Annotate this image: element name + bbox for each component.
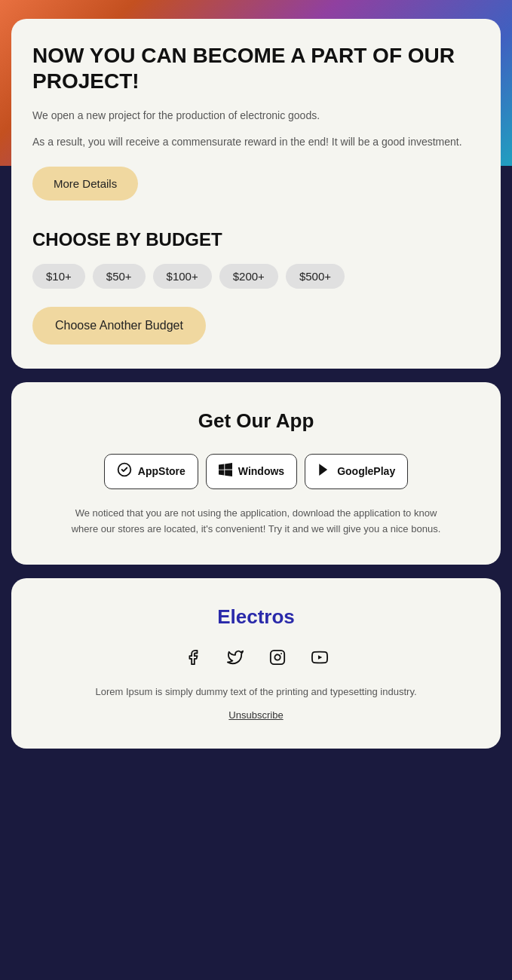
choose-another-budget-button[interactable]: Choose Another Budget xyxy=(32,307,206,345)
project-card: NOW YOU CAN BECOME A PART OF OUR PROJECT… xyxy=(11,19,501,369)
app-title: Get Our App xyxy=(32,409,480,433)
appstore-icon xyxy=(117,462,132,481)
twitter-icon[interactable] xyxy=(222,644,249,671)
facebook-icon[interactable] xyxy=(179,644,207,671)
windows-icon xyxy=(219,463,232,480)
budget-chips-container: $10+$50+$100+$200+$500+ xyxy=(32,264,480,289)
social-icons-container xyxy=(32,644,480,671)
googleplay-button[interactable]: GooglePlay xyxy=(305,454,408,489)
brand-name: Electros xyxy=(32,605,480,629)
more-details-button[interactable]: More Details xyxy=(32,167,138,201)
footer-text: Lorem Ipsum is simply dummy text of the … xyxy=(32,686,480,697)
footer-card: Electros xyxy=(11,578,501,749)
app-card: Get Our App AppStore Windows xyxy=(11,382,501,565)
app-description: We noticed that you are not using the ap… xyxy=(68,506,445,537)
unsubscribe-link[interactable]: Unsubscribe xyxy=(228,709,283,721)
instagram-icon[interactable] xyxy=(264,644,291,671)
youtube-icon[interactable] xyxy=(306,644,333,671)
googleplay-icon xyxy=(317,463,331,480)
budget-chip[interactable]: $50+ xyxy=(93,264,146,289)
budget-chip[interactable]: $100+ xyxy=(153,264,212,289)
googleplay-label: GooglePlay xyxy=(337,465,395,477)
budget-chip[interactable]: $500+ xyxy=(286,264,345,289)
project-description-1: We open a new project for the production… xyxy=(32,107,480,124)
windows-label: Windows xyxy=(238,465,284,477)
svg-rect-1 xyxy=(270,650,284,663)
budget-title: CHOOSE BY BUDGET xyxy=(32,229,480,250)
budget-section: CHOOSE BY BUDGET $10+$50+$100+$200+$500+… xyxy=(32,229,480,345)
project-description-2: As a result, you will receive a commensu… xyxy=(32,133,480,150)
project-title: NOW YOU CAN BECOME A PART OF OUR PROJECT… xyxy=(32,43,480,93)
app-buttons-container: AppStore Windows GoogleP xyxy=(32,454,480,489)
appstore-button[interactable]: AppStore xyxy=(104,454,198,489)
budget-chip[interactable]: $200+ xyxy=(219,264,278,289)
budget-chip[interactable]: $10+ xyxy=(32,264,85,289)
windows-button[interactable]: Windows xyxy=(206,454,297,489)
appstore-label: AppStore xyxy=(138,465,185,477)
page-container: NOW YOU CAN BECOME A PART OF OUR PROJECT… xyxy=(0,0,512,760)
svg-marker-3 xyxy=(317,655,321,660)
